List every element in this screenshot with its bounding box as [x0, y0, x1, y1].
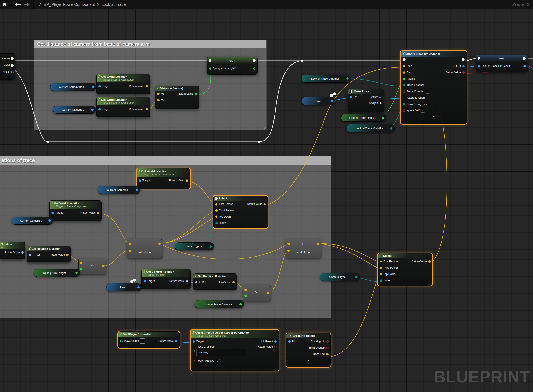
target-pin[interactable] [144, 280, 146, 282]
end-pin[interactable] [403, 71, 405, 74]
ignore-self-pin[interactable] [403, 109, 405, 112]
float-pin[interactable] [209, 67, 211, 70]
radius-pin[interactable] [403, 78, 405, 80]
in-rot-pin[interactable] [29, 254, 31, 256]
array-element-pin[interactable] [350, 96, 352, 98]
node-get-hit-result-under-cursor[interactable]: f Get Hit Result Under Cursor by Channel… [191, 330, 279, 371]
reroute-dot[interactable] [258, 141, 260, 143]
object-pin[interactable] [91, 109, 94, 111]
blocking-hit-pin[interactable] [326, 340, 328, 343]
target-pin[interactable] [98, 85, 101, 87]
in-rot-pin[interactable] [195, 281, 197, 283]
node-add-2[interactable]: + Add pin ⊕ [286, 239, 321, 258]
exec-pin[interactable] [11, 57, 14, 60]
vector-pin[interactable] [157, 99, 160, 101]
return-value-pin[interactable] [274, 346, 277, 348]
variable-pill-current-spring-arm-l[interactable]: Current Spring Arm L [50, 83, 96, 91]
exec-in-pin[interactable] [477, 57, 480, 60]
node-get-rotation-x-vector-2[interactable]: f Get Rotation X Vector In Rot Return Va… [193, 273, 237, 290]
node-select-trace-start[interactable]: Select First Person Return Value Third P… [213, 196, 268, 228]
object-pin[interactable] [11, 71, 14, 73]
trace-complex-pin[interactable] [193, 360, 195, 362]
variable-pill-pawn[interactable]: Pawn [107, 283, 142, 291]
variable-pill-look-at-trace-visibility[interactable]: Look at Trace Visibility [346, 124, 395, 132]
node-select-trace-end[interactable]: Select First Person Return Value Third P… [378, 253, 432, 286]
variable-pill-look-at-trace-distance[interactable]: Look at Trace Distance [195, 300, 244, 308]
object-pin[interactable] [137, 286, 140, 289]
option-pin[interactable] [215, 203, 218, 205]
exec-pin[interactable] [11, 64, 14, 67]
return-value-pin[interactable] [428, 260, 431, 263]
return-value-pin[interactable] [462, 71, 465, 74]
exec-in-pin[interactable] [209, 59, 211, 62]
expand-node-button[interactable]: ⌄ [286, 357, 330, 362]
draw-debug-type-pin[interactable] [403, 103, 405, 105]
trace-complex-checkbox[interactable] [426, 89, 430, 93]
option-pin[interactable] [215, 215, 218, 218]
player-index-pin[interactable] [120, 340, 122, 342]
forward-button[interactable] [24, 3, 30, 6]
variable-pill-current-camera-l[interactable]: Current Camera L [12, 217, 53, 224]
ignore-self-checkbox[interactable]: ✓ [421, 109, 425, 113]
index-pin[interactable] [215, 222, 218, 224]
node-get-control-rotation[interactable]: f Get Control Rotation Target is Pawn Ta… [141, 269, 191, 289]
object-pin[interactable] [331, 100, 333, 102]
float-out-pin[interactable] [253, 67, 256, 70]
node-get-world-location-2[interactable]: f Get World Location Target is Scene Com… [96, 97, 150, 117]
target-pin[interactable] [51, 212, 54, 214]
option-pin[interactable] [215, 209, 218, 212]
object-pin[interactable] [48, 219, 51, 222]
float-pin[interactable] [75, 272, 78, 274]
trace-channel-pin[interactable] [193, 350, 195, 352]
variable-pill-spring-arm-lenght-l[interactable]: Spring Arm Lenght L [34, 269, 80, 277]
variable-pill-camera-type-l-selected[interactable]: Camera Type L [320, 273, 360, 281]
add-pin-button[interactable]: Add pin ⊕ [348, 100, 383, 106]
variable-pill-look-at-trace-radius[interactable]: Look at Trace Radius [341, 114, 386, 122]
vector-pin[interactable] [287, 243, 290, 245]
hit-pin[interactable] [288, 340, 291, 343]
target-pin[interactable] [193, 340, 195, 343]
float-pin[interactable] [80, 268, 82, 270]
vector-pin[interactable] [244, 289, 247, 291]
node-get-world-location-1[interactable]: f Get World Location Target is Scene Com… [96, 74, 150, 94]
expand-node-button[interactable]: ⌄ [401, 114, 467, 118]
float-pin[interactable] [239, 303, 242, 305]
float-pin[interactable] [382, 117, 384, 119]
enum-pin[interactable] [210, 245, 212, 248]
node-get-player-controller[interactable]: f Get Player Controller Player Index 0 R… [118, 331, 179, 348]
rotator-pin[interactable] [186, 280, 188, 282]
exec-out-pin[interactable] [523, 57, 526, 60]
vector-pin[interactable] [186, 179, 188, 182]
graph-canvas[interactable]: Get distance of camera from base of came… [0, 9, 533, 392]
enum-pin[interactable] [390, 127, 393, 130]
node-set-spring-arm-lenght[interactable]: SET Spring Arm Lenght L [207, 57, 258, 75]
node-get-world-location-4[interactable]: f Get World Location Target is Scene Com… [49, 201, 102, 221]
node-multiply-1[interactable]: × [78, 258, 106, 274]
trace-complex-checkbox[interactable]: ✓ [216, 359, 220, 363]
actors-to-ignore-pin[interactable] [403, 97, 405, 99]
vector-pin[interactable] [157, 93, 160, 95]
target-pin[interactable] [139, 179, 141, 182]
array-out-pin[interactable] [379, 95, 382, 98]
node-add-1[interactable]: + Add pin ⊕ [127, 239, 162, 258]
node-set-look-at-trace-hit-result[interactable]: SET Look at Trace Hit Result [476, 55, 528, 72]
vector-pin[interactable] [232, 281, 235, 283]
object-pin[interactable] [92, 86, 94, 88]
start-pin[interactable] [403, 65, 405, 67]
enum-pin[interactable] [355, 276, 358, 278]
vector-out-pin[interactable] [317, 243, 319, 245]
bookmark-button[interactable]: ⌄ [3, 3, 9, 6]
target-pin[interactable] [98, 108, 101, 111]
return-value-pin[interactable] [263, 203, 266, 205]
reroute-dot[interactable] [47, 141, 49, 143]
index-pin[interactable] [380, 279, 382, 282]
variable-pill-look-at-trace-channel[interactable]: Look at Trace Channel [302, 75, 351, 83]
struct-out-pin[interactable] [524, 65, 526, 67]
variable-pill-camera-type-l[interactable]: Camera Type L [175, 242, 214, 250]
node-get-world-location-3[interactable]: f Get World Location Target is Scene Com… [136, 168, 190, 189]
vector-pin[interactable] [129, 243, 131, 245]
vector-out-pin[interactable] [158, 243, 161, 245]
trace-end-pin[interactable] [326, 353, 328, 355]
variable-pill-current-camera-l[interactable]: Current Camera L [53, 106, 96, 114]
trace-complex-pin[interactable] [403, 90, 405, 93]
